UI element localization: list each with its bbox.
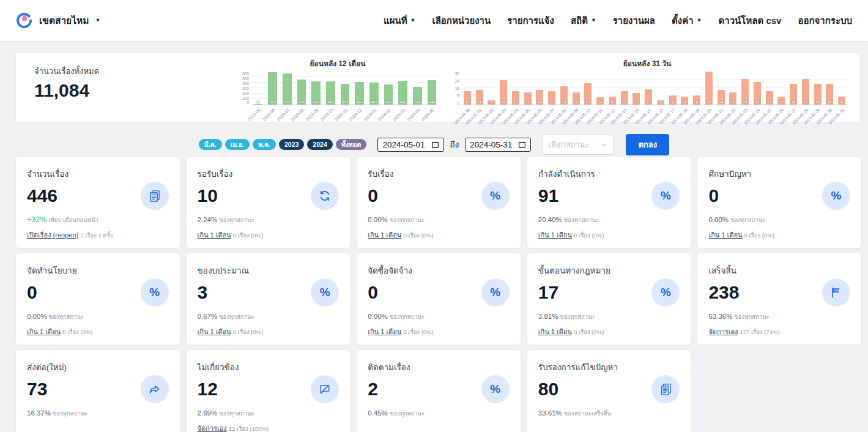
card-link-suffix: 0 เรื่อง (0%) (403, 232, 433, 239)
card-link-line: เกิน 1 เดือน0 เรื่อง (0%) (538, 326, 680, 337)
card-link[interactable]: เกิน 1 เดือน (368, 328, 401, 335)
bar-value-label: 12 (731, 100, 735, 104)
card-link[interactable]: เกิน 1 เดือน (538, 231, 572, 239)
bar: 572 (283, 73, 292, 105)
range-pill-4[interactable]: 2023 (279, 139, 304, 151)
bar-slot: 12 (522, 92, 534, 105)
card-link-line: จัดการเอง177 เรื่อง (74%) (708, 326, 850, 337)
nav-item-label: ตั้งค่า (672, 13, 694, 28)
bar: 25 (802, 79, 809, 105)
card-percent-value: 0.00% (27, 313, 47, 320)
card-title: รับรองการแก้ไขปัญหา (538, 360, 680, 374)
card-link[interactable]: จัดการเอง (708, 328, 738, 335)
date-to-input[interactable]: 2024-05-31 (465, 138, 531, 152)
card-link-suffix: 1 เรื่อง 2 ครั้ง (80, 232, 113, 239)
nav-item-3[interactable]: รายการแจ้ง (507, 13, 554, 28)
bar-slot: 405 (367, 83, 382, 105)
nav-item-2[interactable]: เลือกหน่วยงาน (432, 13, 491, 28)
date-range-separator: ถึง (450, 138, 459, 151)
card-title: เสร็จสิ้น (708, 264, 850, 277)
card-title: จำนวนเรื่อง (27, 167, 169, 181)
bar-slot: 430 (396, 81, 410, 105)
bar-slot: 363 (381, 84, 396, 105)
card-percent-line: 0.67%ของทุกสถานะ (198, 312, 339, 321)
bar-value-label: 425 (327, 100, 333, 104)
bar-value-label: 414 (357, 100, 363, 104)
bar-value-label: 8 (781, 100, 782, 104)
card-link[interactable]: เกิน 1 เดือน (198, 328, 231, 335)
traffy-fondue-logo-icon (16, 12, 33, 29)
range-pill-3[interactable]: พ.ค. (253, 139, 276, 151)
y-tick-label: 300 (242, 87, 249, 91)
x-tick-label: 2023-12 (349, 108, 363, 122)
bar-slot: 421 (309, 81, 324, 105)
range-pill-2[interactable]: เม.ย. (225, 139, 250, 151)
nav-item-7[interactable]: ดาวน์โหลด csv (719, 13, 782, 28)
nav-item-1[interactable]: แผนที่▼ (384, 13, 416, 28)
card-icon-circle: % (481, 182, 510, 210)
card-title: จัดทำนโยบาย (27, 264, 169, 277)
card-link-line: เปิดเรื่อง (reopen)1 เรื่อง 2 ครั้ง (27, 229, 169, 240)
range-pill-6[interactable]: ทั้งหมด (336, 139, 367, 151)
card-title: ติดตามเรื่อง (368, 360, 510, 374)
x-tick-label: 2023-10 (319, 108, 333, 122)
nav-item-label: ออกจากระบบ (798, 13, 852, 28)
card-icon-circle: % (141, 278, 169, 307)
calendar-icon (518, 141, 526, 149)
status-select[interactable]: เลือกสถานะ (542, 135, 614, 155)
card-link[interactable]: จัดการเอง (198, 425, 227, 432)
x-tick-label: 2024-02 (377, 108, 391, 122)
bar-value-label: 20 (828, 100, 832, 104)
bar-value-label: 12 (574, 100, 578, 104)
date-to-value: 2024-05-31 (470, 140, 512, 149)
chart-12-months: ย้อนหลัง 12 เดือน 6005004003002001000135… (236, 53, 439, 122)
card-percent-line: 3.81%ของทุกสถานะ (538, 312, 680, 321)
bar: 446 (428, 80, 437, 105)
card-icon-circle (141, 182, 169, 210)
y-tick-label: 400 (242, 82, 249, 86)
bar-slot: 14 (534, 90, 546, 105)
bar-value-label: 8 (840, 100, 842, 104)
card-title: ไม่เกี่ยวข้อง (198, 360, 339, 374)
chat-slash-icon (319, 383, 331, 395)
card-link[interactable]: เกิน 1 เดือน (368, 231, 401, 239)
nav-item-label: รายงานผล (613, 13, 655, 28)
nav-item-6[interactable]: ตั้งค่า▼ (672, 13, 702, 28)
card-title: จัดซื้อจัดจ้าง (368, 264, 510, 277)
card-link-suffix: 0 เรื่อง (0%) (744, 232, 774, 239)
range-pill-5[interactable]: 2024 (307, 139, 332, 151)
nav-item-8[interactable]: ออกจากระบบ (798, 13, 852, 28)
card-percent-value: 0.00% (368, 216, 388, 223)
nav-item-4[interactable]: สถิติ▼ (571, 13, 596, 28)
bar: 12 (729, 92, 736, 105)
bar-value-label: 18 (562, 100, 566, 104)
card-main: 12 (198, 374, 339, 404)
bar: 421 (311, 81, 321, 105)
submit-button[interactable]: ตกลง (626, 134, 669, 155)
date-from-value: 2024-05-01 (382, 140, 425, 149)
bar-value-label: 4 (491, 100, 492, 104)
card-percent-suffix: ของทุกสถานะ (219, 313, 254, 320)
card-main: 0% (368, 181, 510, 210)
bar: 414 (355, 82, 364, 105)
card-link-suffix: 12 เรื่อง (100%) (229, 425, 269, 432)
y-tick-label: 8 (457, 94, 459, 99)
date-from-input[interactable]: 2024-05-01 (377, 138, 443, 152)
card-percent-value: 0.45% (368, 409, 388, 417)
bar-value-label: 446 (429, 100, 435, 104)
range-pill-1[interactable]: มี.ค. (199, 139, 222, 151)
bar-value-label: 11 (634, 100, 638, 104)
card-link[interactable]: เกิน 1 เดือน (708, 231, 742, 239)
bar-slot: 327 (410, 87, 425, 105)
card-link[interactable]: เกิน 1 เดือน (538, 328, 572, 335)
card-main: 91% (538, 181, 680, 210)
org-selector[interactable]: เขตสายไหม ▼ (16, 12, 100, 29)
card-link[interactable]: เปิดเรื่อง (reopen) (27, 231, 78, 239)
nav-item-5[interactable]: รายงานผล (613, 13, 655, 28)
bar-value-label: 14 (719, 100, 723, 104)
bar-slot: 414 (352, 82, 367, 105)
card-link[interactable]: เกิน 1 เดือน (27, 328, 61, 335)
card-link[interactable]: เกิน 1 เดือน (198, 231, 231, 239)
bar: 458 (297, 80, 306, 105)
bar-value-label: 20 (815, 100, 820, 104)
